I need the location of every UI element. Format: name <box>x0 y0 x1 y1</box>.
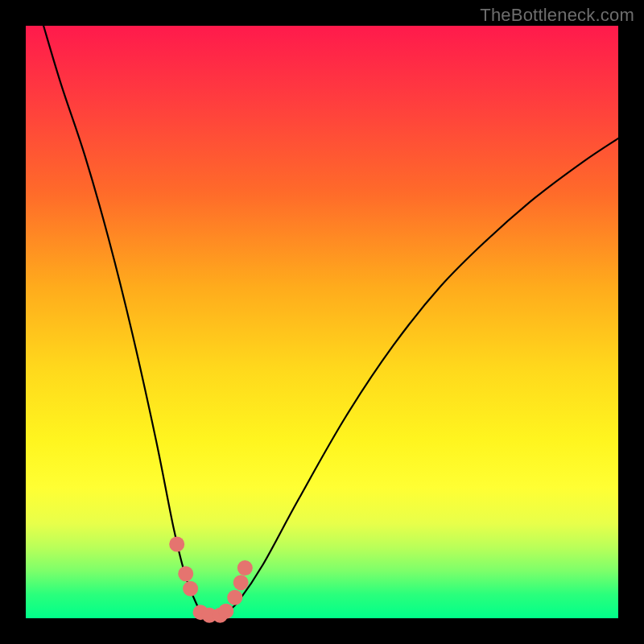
curve-marker <box>227 590 242 605</box>
curve-marker <box>169 537 184 552</box>
curve-marker <box>218 604 233 619</box>
curve-marker <box>178 566 193 581</box>
curve-marker <box>233 575 249 590</box>
plot-area <box>26 26 618 618</box>
curve-marker <box>183 581 198 597</box>
chart-svg <box>26 26 618 618</box>
bottleneck-curve-path <box>43 26 618 619</box>
curve-marker <box>237 560 253 576</box>
marker-group <box>169 537 253 623</box>
outer-frame: TheBottleneck.com <box>0 0 644 644</box>
watermark-text: TheBottleneck.com <box>480 5 634 26</box>
